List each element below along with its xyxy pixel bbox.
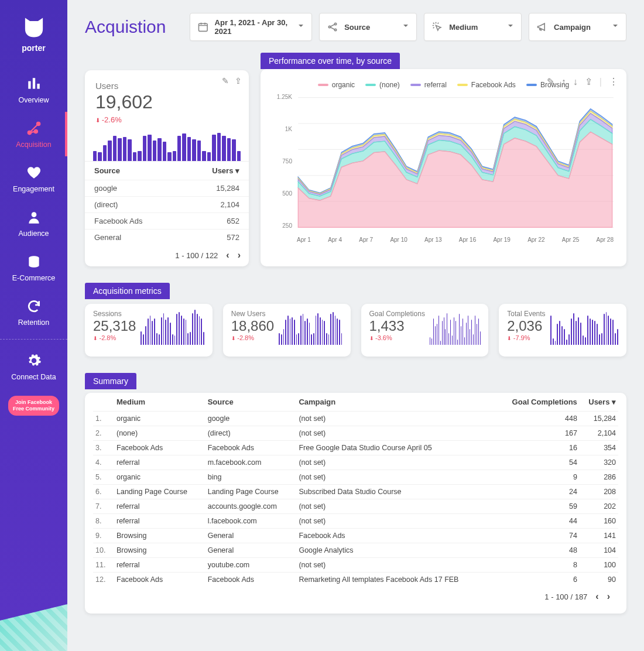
export-icon[interactable]: ⇪ bbox=[585, 76, 592, 87]
sidebar: porter Overview Acquisition Engagement A… bbox=[0, 0, 67, 651]
svg-point-6 bbox=[31, 212, 36, 217]
sort-desc-icon[interactable]: ↓ bbox=[573, 77, 578, 87]
performance-chart: 1.25K1K750500250 Apr 1Apr 4Apr 7Apr 10Ap… bbox=[271, 94, 616, 243]
sidebar-item-label: Retention bbox=[18, 318, 50, 327]
heart-icon bbox=[26, 165, 42, 180]
sidebar-item-acquisition[interactable]: Acquisition bbox=[0, 112, 67, 156]
legend-item[interactable]: referral bbox=[410, 81, 447, 89]
network-icon bbox=[26, 121, 42, 136]
brand-logo: porter bbox=[16, 12, 52, 53]
metric-sparkline bbox=[430, 310, 480, 345]
medium-filter[interactable]: Medium bbox=[424, 13, 522, 41]
sidebar-item-label: Overview bbox=[18, 96, 49, 104]
user-icon bbox=[26, 210, 42, 225]
coins-icon bbox=[26, 254, 42, 269]
sidebar-item-engagement[interactable]: Engagement bbox=[0, 156, 67, 201]
sidebar-item-connect-data[interactable]: Connect Data bbox=[0, 344, 67, 389]
summary-section-title: Summary bbox=[85, 373, 136, 389]
sidebar-item-label: Connect Data bbox=[11, 373, 56, 381]
table-row[interactable]: 9.BrowsingGeneralFacebook Ads74141 bbox=[93, 529, 618, 543]
legend-item[interactable]: (none) bbox=[365, 81, 400, 89]
users-card: ✎ ⇪ Users 19,602 -2.6% Source Users ▾ go… bbox=[85, 70, 249, 266]
porter-logo-icon bbox=[21, 15, 47, 40]
export-icon[interactable]: ⇪ bbox=[235, 76, 242, 85]
performance-chart-card: ✎ ↑ ↓ ⇪ | ⋮ organic(none)referralFaceboo… bbox=[261, 69, 626, 266]
cursor-click-icon bbox=[431, 21, 443, 33]
table-row[interactable]: 2.(none)(direct)(not set)1672,104 bbox=[93, 426, 618, 441]
sort-asc-icon[interactable]: ↑ bbox=[561, 77, 566, 87]
refresh-icon bbox=[26, 299, 42, 314]
edit-icon[interactable]: ✎ bbox=[547, 76, 554, 87]
svg-point-9 bbox=[329, 26, 331, 28]
metrics-row: Sessions25,318-2.8%New Users18,860-2.8%G… bbox=[85, 304, 626, 357]
sidebar-item-ecommerce[interactable]: E-Commerce bbox=[0, 245, 67, 290]
prev-page-icon[interactable]: ‹ bbox=[595, 591, 598, 602]
svg-rect-2 bbox=[37, 84, 39, 89]
header-row: Acquistion Apr 1, 2021 - Apr 30, 2021 So… bbox=[85, 13, 626, 41]
share-icon bbox=[327, 21, 338, 33]
date-range-value: Apr 1, 2021 - Apr 30, 2021 bbox=[215, 18, 305, 36]
edit-icon[interactable]: ✎ bbox=[222, 76, 229, 85]
next-page-icon[interactable]: › bbox=[607, 591, 610, 602]
metric-sparkline bbox=[141, 310, 204, 345]
metric-card: New Users18,860-2.8% bbox=[223, 304, 351, 357]
users-source-table: Source Users ▾ google15,284(direct)2,104… bbox=[85, 161, 249, 266]
sidebar-item-audience[interactable]: Audience bbox=[0, 201, 67, 245]
legend-item[interactable]: organic bbox=[318, 81, 355, 89]
metrics-section-title: Acquisition metrics bbox=[85, 283, 170, 299]
col-header[interactable]: Users ▾ bbox=[580, 393, 618, 412]
prev-page-icon[interactable]: ‹ bbox=[226, 250, 229, 261]
svg-point-10 bbox=[335, 23, 337, 25]
svg-point-11 bbox=[335, 29, 337, 30]
legend-item[interactable]: Facebook Ads bbox=[457, 81, 516, 89]
table-row[interactable]: 10.BrowsingGeneralGoogle Analytics48104 bbox=[93, 543, 618, 558]
table-row[interactable]: (direct)2,104 bbox=[85, 196, 249, 213]
col-header: Source bbox=[205, 393, 297, 412]
table-row[interactable]: 8.referrall.facebook.com(not set)44160 bbox=[93, 514, 618, 529]
col-users[interactable]: Users ▾ bbox=[212, 166, 239, 175]
col-header: Campaign bbox=[296, 393, 495, 412]
users-label: Users bbox=[95, 81, 238, 91]
table-row[interactable]: 6.Landing Page CourseLanding Page Course… bbox=[93, 485, 618, 499]
join-community-button[interactable]: Join Facebook Free Community bbox=[8, 396, 59, 416]
sidebar-item-retention[interactable]: Retention bbox=[0, 290, 67, 334]
main-content: Acquistion Apr 1, 2021 - Apr 30, 2021 So… bbox=[67, 0, 644, 651]
table-row[interactable]: 3.Facebook AdsFacebook AdsFree Google Da… bbox=[93, 441, 618, 455]
table-row[interactable]: 12.Facebook AdsFacebook AdsRemarketing A… bbox=[93, 573, 618, 587]
metric-sparkline bbox=[550, 310, 618, 345]
sidebar-item-label: Acquisition bbox=[16, 141, 51, 149]
svg-rect-8 bbox=[198, 23, 207, 31]
col-header[interactable]: Goal Completions bbox=[495, 393, 580, 412]
date-range-filter[interactable]: Apr 1, 2021 - Apr 30, 2021 bbox=[190, 13, 312, 41]
next-page-icon[interactable]: › bbox=[238, 250, 241, 261]
source-filter[interactable]: Source bbox=[319, 13, 417, 41]
sidebar-item-label: Engagement bbox=[13, 185, 54, 193]
summary-table: MediumSourceCampaignGoal CompletionsUser… bbox=[93, 393, 618, 587]
summary-card: MediumSourceCampaignGoal CompletionsUser… bbox=[85, 393, 626, 614]
table-row[interactable]: Facebook Ads652 bbox=[85, 213, 249, 229]
sidebar-item-label: E-Commerce bbox=[12, 274, 56, 282]
metric-card: Total Events2,036-7.9% bbox=[499, 304, 626, 357]
table-row[interactable]: 11.referralyoutube.com(not set)8100 bbox=[93, 558, 618, 573]
table-row[interactable]: google15,284 bbox=[85, 180, 249, 196]
metric-sparkline bbox=[279, 310, 342, 345]
more-icon[interactable]: ⋮ bbox=[609, 76, 618, 87]
metric-card: Sessions25,318-2.8% bbox=[85, 304, 213, 357]
sidebar-footer-decor bbox=[0, 604, 67, 651]
sidebar-item-label: Audience bbox=[18, 229, 49, 238]
col-header: Medium bbox=[114, 393, 205, 412]
metric-card: Goal Completions1,433-3.6% bbox=[361, 304, 489, 357]
campaign-filter[interactable]: Campaign bbox=[529, 13, 626, 41]
svg-rect-0 bbox=[28, 81, 30, 89]
table-row[interactable]: 7.referralaccounts.google.com(not set)59… bbox=[93, 499, 618, 514]
table-row[interactable]: 5.organicbing(not set)9286 bbox=[93, 470, 618, 485]
table-row[interactable]: 1.organicgoogle(not set)44815,284 bbox=[93, 412, 618, 426]
sidebar-divider bbox=[0, 339, 67, 340]
pager-text: 1 - 100 / 122 bbox=[175, 251, 218, 260]
gear-icon bbox=[26, 353, 42, 368]
brand-name: porter bbox=[22, 43, 45, 53]
sidebar-item-overview[interactable]: Overview bbox=[0, 67, 67, 112]
table-row[interactable]: General572 bbox=[85, 229, 249, 245]
users-value: 19,602 bbox=[95, 92, 238, 112]
table-row[interactable]: 4.referralm.facebook.com(not set)54320 bbox=[93, 455, 618, 470]
